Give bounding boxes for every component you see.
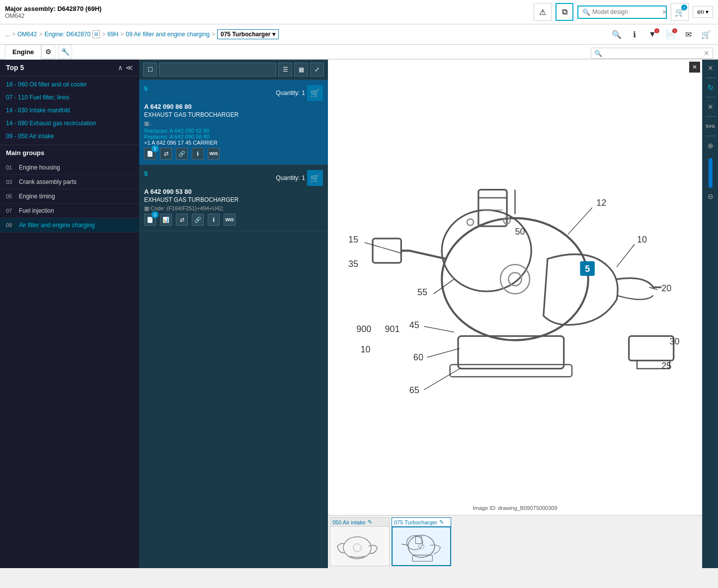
rt-sep-0 [706, 78, 716, 78]
search-clear-icon[interactable]: ✕ [662, 8, 667, 16]
top5-item-4[interactable]: 09 - 050 Air intake [0, 130, 139, 143]
breadcrumb-ellipsis[interactable]: ... [5, 31, 10, 38]
thumb-img-1[interactable] [392, 526, 451, 566]
top5-expand-button[interactable]: ≪ [126, 64, 133, 72]
mg-label-2: Engine timing [19, 193, 55, 200]
tabs-search-input[interactable] [604, 50, 704, 57]
thumb-item-1[interactable]: 075 Turbocharger ✎ [392, 517, 451, 566]
thumb-img-0[interactable] [330, 526, 390, 566]
mg-item-3[interactable]: 07 Fuel injection [0, 204, 139, 218]
parts-search-bar[interactable] [159, 63, 276, 77]
search-icon: 🔍 [582, 8, 590, 16]
diagram-close-button[interactable]: ✕ [689, 62, 700, 73]
tabs-search-clear-icon[interactable]: ✕ [704, 49, 710, 57]
thumb-svg-0 [335, 529, 385, 564]
document-icon[interactable]: 📄! [663, 27, 677, 41]
part-qty-1: Quantity: 1 🛒 [276, 170, 323, 186]
thumb-item-0[interactable]: 050 Air intake ✎ [330, 517, 390, 566]
parts-list-icon[interactable]: ☰ [278, 63, 292, 77]
part-chart-btn-1[interactable]: 📊 [160, 214, 172, 226]
rt-zoom-out-btn[interactable]: ⊖ [704, 190, 717, 203]
breadcrumb-om642[interactable]: OM642 [17, 31, 37, 38]
svg-text:35: 35 [348, 259, 358, 269]
info-icon[interactable]: ℹ [628, 27, 641, 41]
thumb-label-0: 050 Air intake ✎ [330, 517, 390, 526]
main-groups-header: Main groups [0, 145, 139, 161]
tab-icons: ⚙ 🔧 [41, 45, 74, 59]
rt-svg-btn[interactable]: SVG [704, 120, 717, 133]
svg-text:900: 900 [356, 324, 371, 334]
main-groups-list: 01 Engine housing 03 Crank assembly part… [0, 161, 139, 568]
top5-item-2[interactable]: 14 - 030 Intake manifold [0, 104, 139, 117]
part-link-btn-1[interactable]: 🔗 [192, 214, 204, 226]
tabs-search: 🔍 ✕ [591, 48, 713, 59]
thumb-edit-icon-1[interactable]: ✎ [439, 519, 444, 525]
part-info-btn-0[interactable]: ℹ [192, 148, 204, 160]
parts-grid-icon[interactable]: ▦ [294, 63, 308, 77]
filter-icon[interactable]: ▼! [645, 27, 659, 41]
zoom-in-icon[interactable]: 🔍 [610, 27, 624, 41]
lang-button[interactable]: en ▾ [693, 6, 713, 18]
tab-engine[interactable]: Engine [5, 45, 41, 60]
right-toolbar: ✕ ↻ ✕ SVG ⊕ ⊖ [702, 60, 718, 568]
add-to-cart-1[interactable]: 🛒 [307, 170, 323, 186]
part-replaces-0-1: Replaces: A 642 090 58 80 [144, 134, 323, 140]
diagram-svg: 5 12 10 20 30 25 15 35 50 55 45 60 [328, 60, 702, 515]
mg-item-4[interactable]: 09 Air filter and engine charging [0, 218, 139, 233]
part-grid-1: ▦ Code: (F164/F251)+494+U42; [144, 205, 323, 212]
mg-item-1[interactable]: 03 Crank assembly parts [0, 175, 139, 189]
mg-label-0: Engine housing [19, 164, 60, 171]
part-info-btn-1[interactable]: ℹ [208, 214, 220, 226]
part-wiki-btn-1[interactable]: WIS [224, 214, 236, 226]
copy-button[interactable]: ⧉ [556, 3, 573, 21]
part-replace-btn-1[interactable]: ⇄ [176, 214, 188, 226]
rt-refresh-btn[interactable]: ↻ [704, 81, 717, 94]
part-replace-btn-0[interactable]: ⇄ [160, 148, 172, 160]
model-search-input[interactable] [592, 8, 662, 15]
breadcrumb-69h[interactable]: 69H [107, 31, 118, 38]
part-qty-val-0: 1 [302, 89, 305, 96]
mg-item-2[interactable]: 05 Engine timing [0, 189, 139, 204]
part-doc-btn-0[interactable]: 📄 1 [144, 148, 156, 160]
rt-sep-2 [706, 116, 716, 117]
breadcrumb-airfilter[interactable]: 09 Air filter and engine charging [126, 31, 210, 38]
diagram-container: 5 12 10 20 30 25 15 35 50 55 45 60 [328, 60, 702, 515]
parts-checkbox[interactable]: ☐ [143, 63, 157, 77]
mg-label-3: Fuel injection [19, 207, 54, 214]
top5-collapse-button[interactable]: ∧ [118, 64, 123, 72]
mg-num-0: 01 [6, 165, 15, 170]
rt-zoom-in-btn[interactable]: ⊕ [704, 139, 717, 152]
part-item-0[interactable]: 5 Quantity: 1 🛒 A 642 090 86 80 EXHAUST … [139, 80, 328, 165]
header: Major assembly: D642870 (69H) OM642 ⚠ ⧉ … [0, 0, 718, 24]
svg-rect-0 [328, 116, 702, 458]
tab-icon-wrench[interactable]: 🔧 [58, 45, 72, 59]
top5-item-1[interactable]: 07 - 110 Fuel filter, lines [0, 91, 139, 104]
top5-item-3[interactable]: 14 - 090 Exhaust gas recirculation [0, 117, 139, 130]
rt-scroll-marker[interactable] [709, 158, 713, 188]
mg-label-1: Crank assembly parts [19, 178, 77, 185]
part-wiki-btn-0[interactable]: WIS [208, 148, 220, 160]
part-link-btn-0[interactable]: 🔗 [176, 148, 188, 160]
mail-icon[interactable]: ✉ [681, 27, 695, 41]
main-content: Top 5 ∧ ≪ 18 - 060 Oil filter and oil co… [0, 60, 718, 568]
cart-button[interactable]: 🛒+ [671, 3, 689, 21]
top5-title: Top 5 [6, 64, 24, 72]
thumb-edit-icon-0[interactable]: ✎ [368, 519, 372, 525]
rt-close-btn[interactable]: ✕ [704, 62, 717, 75]
part-name-1: EXHAUST GAS TURBOCHARGER [144, 196, 323, 203]
breadcrumb-turbocharger-dropdown[interactable]: 075 Turbocharger ▾ [217, 29, 279, 39]
warning-button[interactable]: ⚠ [534, 3, 552, 21]
parts-expand-icon[interactable]: ⤢ [310, 63, 324, 77]
svg-text:30: 30 [670, 336, 680, 346]
part-item-1[interactable]: 5 Quantity: 1 🛒 A 642 090 53 80 EXHAUST … [139, 165, 328, 231]
cart-icon[interactable]: 🛒 [699, 27, 713, 41]
breadcrumb-engine[interactable]: Engine: D642870 ⧉ [44, 30, 100, 38]
mg-item-0[interactable]: 01 Engine housing [0, 161, 139, 175]
top5-item-0[interactable]: 18 - 060 Oil filter and oil cooler [0, 78, 139, 91]
rt-close2-btn[interactable]: ✕ [704, 100, 717, 113]
rt-sep-1 [706, 97, 716, 97]
add-to-cart-0[interactable]: 🛒 [307, 85, 323, 101]
part-doc-btn-1[interactable]: 📄 1 [144, 214, 156, 226]
tab-icon-settings[interactable]: ⚙ [41, 45, 55, 59]
thumb-label-text-0: 050 Air intake [332, 519, 366, 525]
